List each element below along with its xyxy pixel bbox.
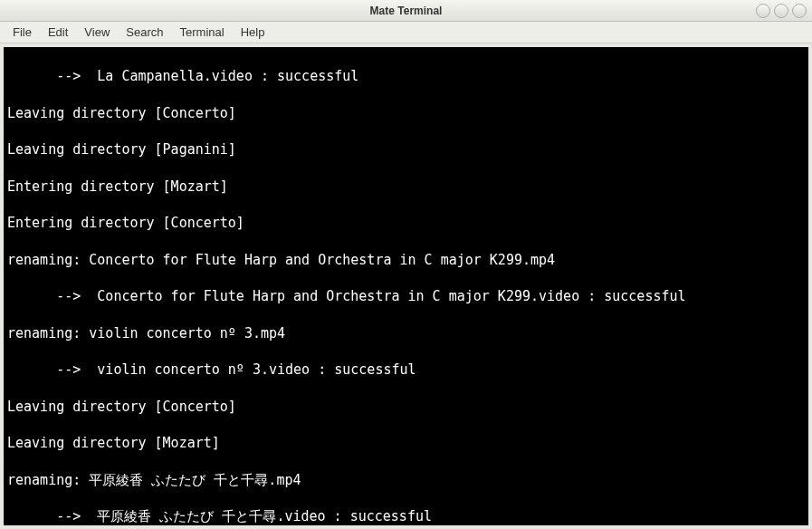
menubar: File Edit View Search Terminal Help [0, 22, 812, 43]
terminal-line: --> violin concerto nº 3.video : success… [7, 361, 805, 379]
terminal-line: renaming: violin concerto nº 3.mp4 [7, 324, 805, 342]
terminal-line: Entering directory [Concerto] [7, 214, 805, 232]
menu-file[interactable]: File [5, 24, 39, 41]
menu-search[interactable]: Search [119, 24, 170, 41]
maximize-button[interactable] [774, 4, 788, 18]
titlebar: Mate Terminal [0, 0, 812, 22]
menu-view[interactable]: View [77, 24, 117, 41]
terminal-line: Leaving directory [Paganini] [7, 140, 805, 159]
terminal-line: renaming: 平原綾香 ふたたび 千と千尋.mp4 [7, 471, 805, 489]
minimize-button[interactable] [756, 4, 770, 18]
terminal-line: --> La Campanella.video : successful [7, 67, 805, 85]
terminal-line: Leaving directory [Concerto] [7, 398, 805, 416]
window-title: Mate Terminal [370, 5, 443, 17]
menu-help[interactable]: Help [234, 24, 272, 41]
terminal-output[interactable]: --> La Campanella.video : successful Lea… [2, 45, 810, 527]
terminal-line: renaming: Concerto for Flute Harp and Or… [7, 251, 805, 269]
terminal-line: Leaving directory [Mozart] [7, 434, 805, 452]
terminal-line: --> Concerto for Flute Harp and Orchestr… [7, 287, 805, 305]
terminal-line: --> 平原綾香 ふたたび 千と千尋.video : successful [7, 507, 805, 525]
close-button[interactable] [792, 4, 807, 18]
terminal-line: Leaving directory [Concerto] [7, 104, 805, 122]
menu-edit[interactable]: Edit [41, 24, 75, 41]
titlebar-controls [756, 4, 807, 18]
menu-terminal[interactable]: Terminal [173, 24, 232, 41]
terminal-line: Entering directory [Mozart] [7, 178, 805, 196]
